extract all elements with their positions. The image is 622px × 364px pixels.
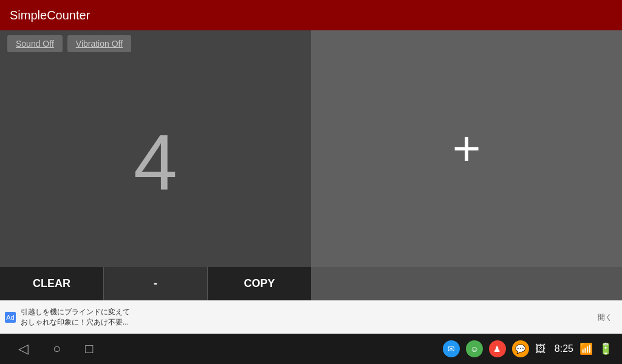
recents-button[interactable]: □ (85, 341, 93, 357)
gallery-icon[interactable]: 🖼 (535, 343, 546, 356)
ad-text-line1: 引越しを機にブラインドに変えて (21, 307, 593, 317)
app-bar: SimpleCounter (0, 0, 622, 30)
add-icon: + (453, 124, 481, 173)
wifi-icon: 📶 (579, 342, 593, 356)
battery-icon: 🔋 (599, 342, 612, 356)
counter-area: Sound Off Vibration Off 4 + (0, 30, 622, 267)
clear-button[interactable]: CLEAR (0, 267, 104, 300)
ad-open-button[interactable]: 開く (593, 310, 617, 325)
nav-right: ✉ ☺ ♟ 💬 🖼 8:25 📶 🔋 (433, 340, 622, 357)
home-button[interactable]: ○ (53, 341, 61, 357)
back-button[interactable]: ◁ (18, 341, 29, 357)
sound-off-button[interactable]: Sound Off (7, 35, 63, 52)
messenger-app-icon[interactable]: ✉ (443, 340, 460, 357)
app-title: SimpleCounter (10, 8, 90, 22)
bottom-buttons-row: CLEAR - COPY (0, 267, 622, 300)
counter-value: 4 (134, 123, 177, 201)
minus-button[interactable]: - (104, 267, 208, 300)
vibration-off-button[interactable]: Vibration Off (67, 35, 131, 52)
nav-left: ◁ ○ □ (0, 341, 433, 357)
main-content: Sound Off Vibration Off 4 + CLEAR - COPY (0, 30, 622, 300)
game-app-icon[interactable]: ♟ (489, 340, 506, 357)
counter-display: 4 (0, 57, 311, 267)
left-panel: Sound Off Vibration Off 4 (0, 30, 311, 267)
ad-indicator: Ad (5, 312, 16, 323)
time-display: 8:25 (555, 343, 573, 354)
ad-text-line2: おしゃれな印象に！穴あけ不要... (21, 317, 593, 328)
chat-app-icon[interactable]: 💬 (512, 340, 529, 357)
ad-banner: Ad 引越しを機にブラインドに変えて おしゃれな印象に！穴あけ不要... 開く (0, 300, 622, 334)
nav-bar: ◁ ○ □ ✉ ☺ ♟ 💬 🖼 8:25 📶 🔋 (0, 334, 622, 364)
add-button-panel[interactable]: + (311, 30, 622, 267)
green-app-icon[interactable]: ☺ (466, 340, 483, 357)
copy-button[interactable]: COPY (208, 267, 311, 300)
ad-text: 引越しを機にブラインドに変えて おしゃれな印象に！穴あけ不要... (21, 307, 593, 328)
toolbar-row: Sound Off Vibration Off (0, 30, 311, 57)
bottom-right-spacer (311, 267, 622, 300)
